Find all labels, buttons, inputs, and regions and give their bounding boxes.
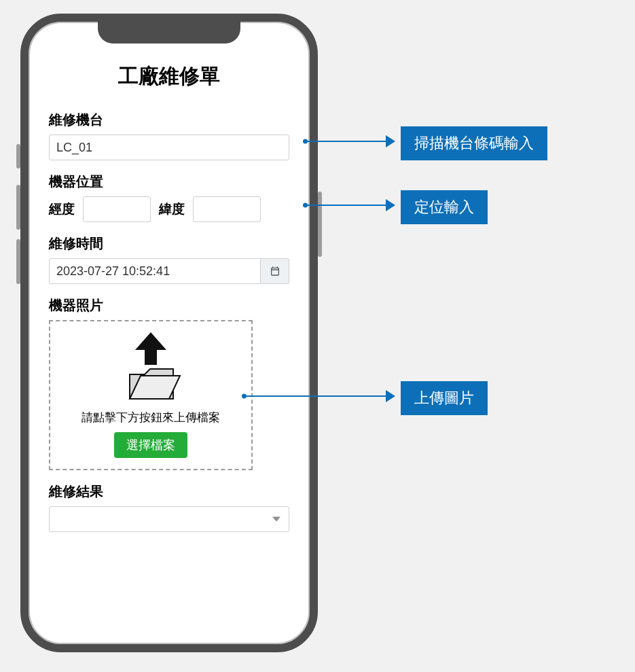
- machine-label: 維修機台: [49, 111, 289, 129]
- phone-side-button: [16, 185, 20, 230]
- longitude-input[interactable]: [83, 196, 151, 222]
- choose-file-button[interactable]: 選擇檔案: [114, 432, 187, 458]
- phone-screen: 工廠維修單 維修機台 機器位置 經度 緯度 維修時間 機器照片: [29, 22, 310, 644]
- location-row: 經度 緯度: [49, 196, 289, 222]
- time-label: 維修時間: [49, 234, 289, 253]
- phone-side-button: [16, 144, 20, 169]
- phone-frame: 工廠維修單 維修機台 機器位置 經度 緯度 維修時間 機器照片: [20, 14, 318, 652]
- page-title: 工廠維修單: [49, 63, 289, 90]
- result-select[interactable]: [49, 506, 289, 532]
- result-label: 維修結果: [49, 482, 289, 501]
- annotation-arrow: [306, 205, 394, 206]
- upload-box[interactable]: 請點擊下方按鈕來上傳檔案 選擇檔案: [49, 320, 253, 470]
- callout-upload-image: 上傳圖片: [401, 381, 488, 415]
- upload-icon: [120, 331, 181, 406]
- longitude-label: 經度: [49, 200, 75, 218]
- callout-scan-barcode: 掃描機台條碼輸入: [401, 126, 547, 160]
- phone-side-button: [16, 239, 20, 284]
- upload-hint: 請點擊下方按鈕來上傳檔案: [81, 410, 220, 425]
- location-label: 機器位置: [49, 173, 289, 191]
- latitude-input[interactable]: [193, 196, 261, 222]
- machine-input[interactable]: [49, 135, 289, 160]
- phone-side-button: [318, 192, 322, 257]
- calendar-button[interactable]: [261, 258, 289, 284]
- time-row: [49, 258, 289, 284]
- calendar-icon: [270, 266, 280, 277]
- callout-geolocate: 定位輸入: [401, 190, 488, 224]
- latitude-label: 緯度: [159, 200, 185, 218]
- time-input[interactable]: [49, 258, 261, 284]
- svg-marker-0: [135, 332, 166, 365]
- chevron-down-icon: [272, 517, 280, 522]
- annotation-arrow: [306, 141, 394, 142]
- photo-label: 機器照片: [49, 296, 289, 315]
- annotation-arrow: [244, 395, 394, 397]
